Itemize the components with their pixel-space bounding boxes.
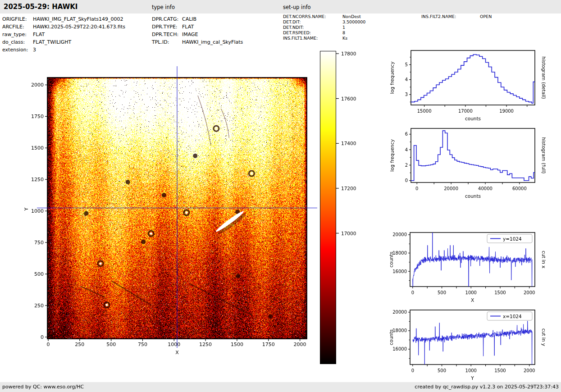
- x-axis-label: X: [175, 350, 179, 356]
- colorbar-tick-label: 17600: [341, 96, 356, 101]
- right-side-label: histogram (full): [541, 137, 547, 174]
- footer-bar: powered by QC: www.eso.org/HC created by…: [0, 382, 561, 392]
- tick-label: 16000: [392, 346, 407, 351]
- y-axis-label: counts: [388, 329, 394, 345]
- tick-label: 1500: [494, 290, 506, 295]
- tick-label: 2000: [294, 342, 306, 347]
- tick-label: 0: [405, 178, 408, 183]
- tick-label: 2: [405, 163, 408, 168]
- tick-label: 1500: [31, 145, 44, 151]
- y-axis-label: counts: [388, 251, 394, 267]
- right-side-label: cut in x: [541, 251, 547, 268]
- tick-label: 2000: [524, 368, 535, 373]
- tick-label: 1750: [262, 342, 275, 347]
- tick-label: 18000: [392, 251, 407, 255]
- tick-label: 1000: [465, 290, 477, 295]
- tick-label: 1500: [494, 368, 506, 373]
- legend-label: y=1024: [503, 236, 522, 242]
- tick-label: 750: [138, 342, 147, 347]
- x-axis-label: X: [471, 297, 474, 303]
- histogram-curve: [411, 55, 535, 103]
- tick-label: 1000: [31, 208, 44, 214]
- tick-label: 40000: [478, 186, 493, 191]
- tick-label: 500: [438, 290, 446, 295]
- right-side-label: cut in y: [541, 328, 547, 346]
- x-axis-label: counts: [465, 193, 481, 199]
- x-axis-label: counts: [465, 116, 481, 121]
- tick-label: 1250: [199, 342, 212, 347]
- tick-label: 6: [405, 132, 408, 137]
- tick-label: 0: [41, 334, 44, 340]
- plots-overlay: 0250500750100012501500175020000250500750…: [0, 0, 561, 392]
- x-axis-label: Y: [470, 375, 474, 381]
- tick-label: 0: [47, 342, 50, 347]
- tick-label: 18000: [392, 328, 407, 333]
- plot-frame: [411, 128, 535, 182]
- tick-label: 0: [411, 290, 414, 295]
- footer-left-text: powered by QC: www.eso.org/HC: [2, 384, 84, 390]
- tick-label: 60000: [512, 186, 527, 191]
- tick-label: 1750: [31, 114, 44, 119]
- tick-label: 1000: [168, 342, 180, 347]
- tick-label: 17000: [458, 109, 473, 114]
- tick-label: 0: [415, 186, 418, 191]
- right-side-label: histogram (detail): [541, 56, 547, 99]
- tick-label: 2000: [31, 82, 44, 88]
- tick-label: 20000: [392, 310, 407, 315]
- tick-label: 20000: [392, 232, 407, 237]
- histogram-curve: [411, 131, 535, 181]
- tick-label: 1250: [31, 177, 44, 182]
- colorbar-tick-label: 17200: [341, 186, 356, 191]
- tick-label: 20000: [444, 186, 458, 191]
- qc-report-page: 2025-05-29: HAWKI type info set-up info …: [0, 0, 561, 392]
- tick-label: 250: [34, 303, 44, 309]
- colorbar-tick-label: 17400: [341, 141, 356, 146]
- tick-label: 500: [438, 368, 446, 373]
- y-axis-label: log frequency: [389, 139, 395, 172]
- tick-label: 1500: [231, 342, 243, 347]
- legend-label: x=1024: [503, 314, 522, 319]
- tick-label: 4: [405, 77, 408, 82]
- tick-label: 500: [34, 271, 44, 277]
- tick-label: 250: [75, 342, 84, 347]
- colorbar-tick-label: 17000: [341, 231, 356, 236]
- tick-label: 15000: [417, 109, 432, 114]
- tick-label: 750: [34, 240, 44, 246]
- colorbar-tick-label: 17800: [341, 51, 356, 56]
- y-axis-label: log frequency: [389, 61, 395, 94]
- tick-label: 4: [405, 147, 408, 152]
- y-axis-label: Y: [23, 207, 29, 211]
- tick-label: 2000: [524, 290, 535, 295]
- cut-profile-curve: [413, 321, 532, 365]
- tick-label: 5: [405, 62, 408, 67]
- footer-right-text: created by qc_rawdisp.py v1.2.3 on 2025-…: [415, 384, 559, 390]
- tick-label: 3: [405, 92, 408, 97]
- tick-label: 0: [411, 368, 414, 373]
- tick-label: 19000: [499, 109, 514, 114]
- tick-label: 1000: [465, 368, 477, 373]
- tick-label: 16000: [392, 269, 407, 274]
- tick-label: 500: [106, 342, 116, 347]
